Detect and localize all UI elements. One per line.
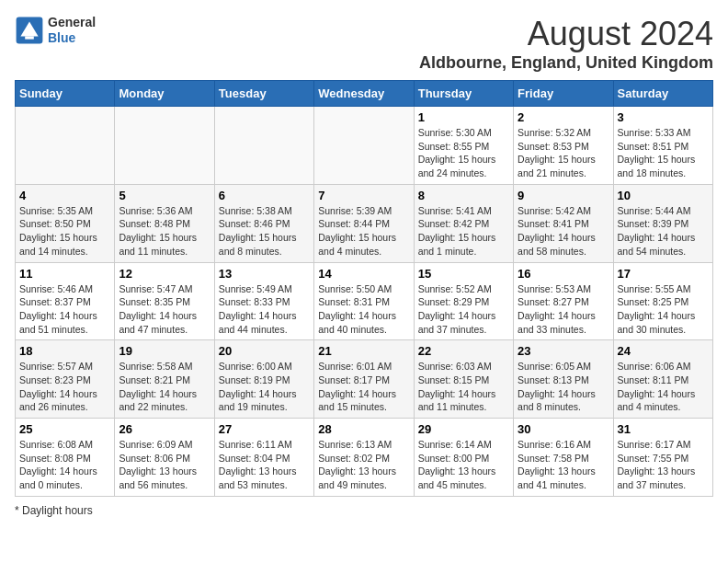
calendar-cell: 26Sunrise: 6:09 AMSunset: 8:06 PMDayligh… [115, 419, 214, 497]
logo-text: General Blue [48, 15, 96, 46]
day-info: Sunrise: 5:32 AMSunset: 8:53 PMDaylight:… [518, 126, 609, 180]
calendar-cell: 7Sunrise: 5:39 AMSunset: 8:44 PMDaylight… [314, 184, 414, 262]
calendar-cell: 24Sunrise: 6:06 AMSunset: 8:11 PMDayligh… [613, 340, 712, 419]
day-number: 27 [219, 422, 310, 436]
calendar-cell: 3Sunrise: 5:33 AMSunset: 8:51 PMDaylight… [613, 107, 712, 185]
day-number: 15 [418, 267, 509, 281]
day-info: Sunrise: 6:16 AMSunset: 7:58 PMDaylight:… [518, 438, 609, 492]
day-number: 10 [618, 189, 709, 202]
day-number: 30 [518, 422, 609, 436]
calendar-cell: 11Sunrise: 5:46 AMSunset: 8:37 PMDayligh… [16, 262, 115, 340]
day-number: 9 [518, 189, 609, 202]
calendar-cell: 30Sunrise: 6:16 AMSunset: 7:58 PMDayligh… [514, 419, 613, 497]
title-section: August 2024 Aldbourne, England, United K… [419, 15, 713, 73]
calendar-cell: 6Sunrise: 5:38 AMSunset: 8:46 PMDaylight… [214, 184, 313, 262]
day-info: Sunrise: 5:52 AMSunset: 8:29 PMDaylight:… [418, 282, 509, 337]
calendar-table: SundayMondayTuesdayWednesdayThursdayFrid… [15, 80, 713, 497]
day-info: Sunrise: 5:30 AMSunset: 8:55 PMDaylight:… [418, 126, 509, 180]
day-number: 8 [418, 189, 509, 202]
day-info: Sunrise: 6:17 AMSunset: 7:55 PMDaylight:… [618, 438, 709, 492]
calendar-cell: 18Sunrise: 5:57 AMSunset: 8:23 PMDayligh… [16, 340, 115, 419]
calendar-cell: 28Sunrise: 6:13 AMSunset: 8:02 PMDayligh… [314, 419, 414, 497]
calendar-day-header: Saturday [613, 81, 712, 107]
day-number: 6 [219, 189, 310, 202]
day-number: 2 [518, 110, 609, 124]
day-number: 3 [618, 110, 709, 124]
calendar-header-row: SundayMondayTuesdayWednesdayThursdayFrid… [16, 81, 713, 107]
calendar-day-header: Friday [514, 81, 613, 107]
logo: General Blue [15, 15, 96, 46]
calendar-cell [16, 107, 115, 185]
logo-icon [15, 16, 44, 45]
day-number: 21 [318, 344, 409, 358]
calendar-cell: 9Sunrise: 5:42 AMSunset: 8:41 PMDaylight… [514, 184, 613, 262]
calendar-cell: 14Sunrise: 5:50 AMSunset: 8:31 PMDayligh… [314, 262, 414, 340]
day-number: 12 [119, 267, 210, 281]
day-info: Sunrise: 5:42 AMSunset: 8:41 PMDaylight:… [518, 204, 609, 259]
footer-note: * Daylight hours [15, 504, 713, 517]
day-number: 7 [318, 189, 409, 202]
day-number: 31 [618, 422, 709, 436]
day-info: Sunrise: 5:36 AMSunset: 8:48 PMDaylight:… [119, 204, 210, 259]
day-info: Sunrise: 5:47 AMSunset: 8:35 PMDaylight:… [119, 282, 210, 337]
calendar-week-row: 18Sunrise: 5:57 AMSunset: 8:23 PMDayligh… [16, 340, 713, 419]
calendar-cell: 15Sunrise: 5:52 AMSunset: 8:29 PMDayligh… [414, 262, 513, 340]
calendar-cell: 4Sunrise: 5:35 AMSunset: 8:50 PMDaylight… [16, 184, 115, 262]
day-number: 22 [418, 344, 509, 358]
calendar-week-row: 1Sunrise: 5:30 AMSunset: 8:55 PMDaylight… [16, 107, 713, 185]
calendar-cell: 23Sunrise: 6:05 AMSunset: 8:13 PMDayligh… [514, 340, 613, 419]
day-number: 14 [318, 267, 409, 281]
day-info: Sunrise: 6:11 AMSunset: 8:04 PMDaylight:… [219, 438, 310, 492]
day-info: Sunrise: 5:38 AMSunset: 8:46 PMDaylight:… [219, 204, 310, 259]
calendar-cell: 31Sunrise: 6:17 AMSunset: 7:55 PMDayligh… [613, 419, 712, 497]
calendar-cell: 5Sunrise: 5:36 AMSunset: 8:48 PMDaylight… [115, 184, 214, 262]
logo-line1: General [48, 15, 96, 30]
day-number: 19 [119, 344, 210, 358]
day-info: Sunrise: 6:13 AMSunset: 8:02 PMDaylight:… [318, 438, 409, 492]
day-number: 24 [618, 344, 709, 358]
day-info: Sunrise: 6:00 AMSunset: 8:19 PMDaylight:… [219, 360, 310, 414]
day-number: 29 [418, 422, 509, 436]
day-number: 28 [318, 422, 409, 436]
calendar-cell: 10Sunrise: 5:44 AMSunset: 8:39 PMDayligh… [613, 184, 712, 262]
calendar-cell: 1Sunrise: 5:30 AMSunset: 8:55 PMDaylight… [414, 107, 513, 185]
day-info: Sunrise: 5:55 AMSunset: 8:25 PMDaylight:… [618, 282, 709, 337]
day-info: Sunrise: 5:53 AMSunset: 8:27 PMDaylight:… [518, 282, 609, 337]
calendar-week-row: 4Sunrise: 5:35 AMSunset: 8:50 PMDaylight… [16, 184, 713, 262]
day-number: 23 [518, 344, 609, 358]
day-number: 11 [19, 267, 110, 281]
calendar-cell: 21Sunrise: 6:01 AMSunset: 8:17 PMDayligh… [314, 340, 414, 419]
calendar-cell [314, 107, 414, 185]
subtitle: Aldbourne, England, United Kingdom [419, 53, 713, 73]
calendar-cell: 8Sunrise: 5:41 AMSunset: 8:42 PMDaylight… [414, 184, 513, 262]
logo-line2: Blue [48, 30, 96, 46]
day-info: Sunrise: 6:05 AMSunset: 8:13 PMDaylight:… [518, 360, 609, 414]
calendar-cell: 19Sunrise: 5:58 AMSunset: 8:21 PMDayligh… [115, 340, 214, 419]
day-number: 1 [418, 110, 509, 124]
day-info: Sunrise: 5:39 AMSunset: 8:44 PMDaylight:… [318, 204, 409, 259]
day-number: 26 [119, 422, 210, 436]
day-info: Sunrise: 6:03 AMSunset: 8:15 PMDaylight:… [418, 360, 509, 414]
svg-rect-2 [25, 36, 34, 39]
calendar-cell: 20Sunrise: 6:00 AMSunset: 8:19 PMDayligh… [214, 340, 313, 419]
calendar-day-header: Monday [115, 81, 214, 107]
calendar-week-row: 25Sunrise: 6:08 AMSunset: 8:08 PMDayligh… [16, 419, 713, 497]
calendar-cell [214, 107, 313, 185]
day-info: Sunrise: 5:46 AMSunset: 8:37 PMDaylight:… [19, 282, 110, 337]
day-info: Sunrise: 6:09 AMSunset: 8:06 PMDaylight:… [119, 438, 210, 492]
calendar-cell: 22Sunrise: 6:03 AMSunset: 8:15 PMDayligh… [414, 340, 513, 419]
day-number: 18 [19, 344, 110, 358]
calendar-cell: 13Sunrise: 5:49 AMSunset: 8:33 PMDayligh… [214, 262, 313, 340]
calendar-day-header: Wednesday [314, 81, 414, 107]
main-title: August 2024 [419, 15, 713, 53]
day-number: 25 [19, 422, 110, 436]
day-info: Sunrise: 6:06 AMSunset: 8:11 PMDaylight:… [618, 360, 709, 414]
day-info: Sunrise: 5:41 AMSunset: 8:42 PMDaylight:… [418, 204, 509, 259]
calendar-cell: 16Sunrise: 5:53 AMSunset: 8:27 PMDayligh… [514, 262, 613, 340]
day-info: Sunrise: 6:14 AMSunset: 8:00 PMDaylight:… [418, 438, 509, 492]
calendar-day-header: Tuesday [214, 81, 313, 107]
day-info: Sunrise: 5:57 AMSunset: 8:23 PMDaylight:… [19, 360, 110, 414]
day-info: Sunrise: 5:33 AMSunset: 8:51 PMDaylight:… [618, 126, 709, 180]
day-number: 13 [219, 267, 310, 281]
page-header: General Blue August 2024 Aldbourne, Engl… [15, 15, 713, 73]
